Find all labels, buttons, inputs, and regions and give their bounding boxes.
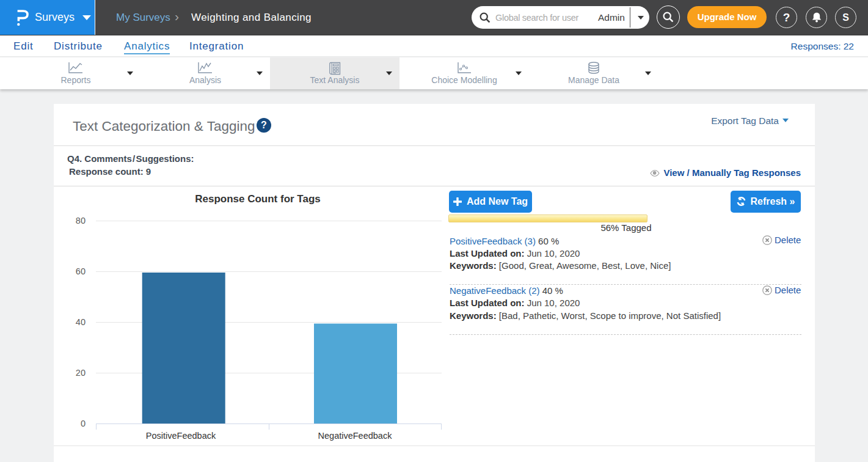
svg-text:PositiveFeedback: PositiveFeedback — [146, 431, 216, 441]
svg-text:60: 60 — [76, 266, 86, 276]
svg-text:80: 80 — [76, 216, 86, 226]
svg-text:NegativeFeedback: NegativeFeedback — [318, 431, 393, 441]
svg-text:0: 0 — [81, 419, 86, 428]
svg-text:20: 20 — [76, 368, 86, 378]
svg-text:40: 40 — [76, 317, 86, 327]
svg-text:Response Count for Tags: Response Count for Tags — [195, 193, 321, 205]
